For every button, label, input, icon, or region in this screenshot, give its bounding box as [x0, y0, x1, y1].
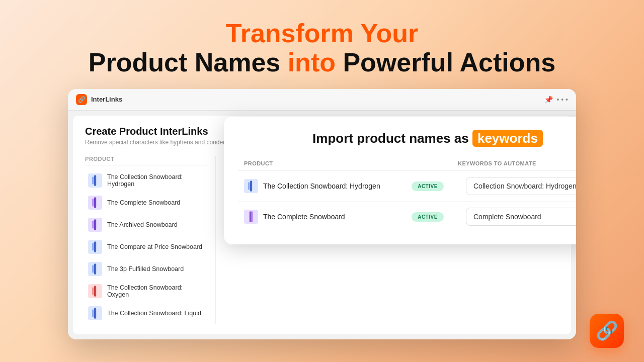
- svg-rect-5: [93, 221, 94, 228]
- product-icon: [88, 173, 102, 188]
- product-icon: [88, 240, 102, 254]
- app-icon-corner: 🔗: [590, 314, 624, 348]
- sidebar-item-name: The Archived Snowboard: [107, 221, 178, 228]
- hero-line2: Product Names into Powerful Actions: [89, 48, 555, 78]
- product-icon: [244, 210, 258, 224]
- app-title: InterLinks: [91, 96, 540, 103]
- sidebar-header: Product: [85, 156, 207, 165]
- hero-line2-highlight: into: [288, 48, 336, 77]
- kw-product-name: The Collection Snowboard: Hydrogen: [263, 182, 380, 190]
- svg-rect-21: [249, 182, 250, 190]
- kw-input-cell[interactable]: [458, 177, 576, 195]
- window-titlebar: 🔗 InterLinks 📌 • • •: [68, 89, 576, 111]
- product-sidebar: Product The Collection Snowboard: Hydrog…: [85, 156, 216, 324]
- sidebar-item[interactable]: The Complete Snowboard: [85, 192, 207, 214]
- keyword-card-title: Import product names as keywords: [238, 131, 576, 146]
- kw-badge-cell: ACTIVE: [397, 181, 458, 191]
- kw-badge-cell: ACTIVE: [397, 212, 458, 222]
- dots-menu[interactable]: • • •: [557, 96, 568, 104]
- svg-rect-6: [94, 241, 96, 252]
- kw-keyword-input[interactable]: [466, 177, 576, 195]
- product-icon: [88, 306, 102, 320]
- hero-line2-start: Product Names: [89, 48, 288, 77]
- hero-section: Transform Your Product Names into Powerf…: [89, 19, 555, 78]
- kw-row: The Collection Snowboard: Hydrogen ACTIV…: [238, 171, 576, 202]
- sidebar-item-name: The Collection Snowboard: Hydrogen: [107, 173, 204, 188]
- kw-product-cell: The Collection Snowboard: Hydrogen: [244, 179, 397, 193]
- kw-input-cell[interactable]: [458, 208, 576, 226]
- sidebar-item[interactable]: The Collection Snowboard: Hydrogen: [85, 169, 207, 192]
- svg-rect-12: [94, 308, 96, 319]
- kw-col-status: [397, 160, 458, 166]
- sidebar-item-name: The Collection Snowboard: Liquid: [107, 310, 201, 317]
- kw-active-badge: ACTIVE: [412, 182, 444, 191]
- kw-table-header: Product Keywords to Automate: [238, 156, 576, 171]
- svg-rect-13: [93, 309, 94, 317]
- product-icon: [88, 218, 102, 232]
- svg-rect-8: [94, 263, 96, 275]
- svg-rect-23: [251, 211, 253, 222]
- app-window: 🔗 InterLinks 📌 • • • Create Product Inte…: [68, 89, 576, 339]
- kw-title-highlight: keywords: [472, 130, 543, 147]
- product-icon: [244, 179, 258, 193]
- svg-rect-11: [93, 287, 94, 295]
- kw-product-name: The Complete Snowboard: [263, 213, 345, 221]
- sidebar-item[interactable]: The 3p Fulfilled Snowboard: [85, 258, 207, 280]
- product-icon: [88, 284, 102, 298]
- svg-rect-20: [250, 180, 252, 192]
- sidebar-item[interactable]: The Compare at Price Snowboard: [85, 236, 207, 258]
- svg-rect-10: [94, 286, 96, 297]
- sidebar-item-name: The Complete Snowboard: [107, 199, 180, 206]
- product-icon: [88, 262, 102, 276]
- svg-rect-3: [93, 199, 94, 206]
- keyword-card: Import product names as keywords Product…: [224, 117, 576, 244]
- kw-row: The Complete Snowboard ACTIVE: [238, 202, 576, 232]
- svg-rect-22: [250, 211, 251, 222]
- sidebar-item-name: The Compare at Price Snowboard: [107, 243, 202, 250]
- kw-product-cell: The Complete Snowboard: [244, 210, 397, 224]
- svg-rect-0: [94, 175, 96, 186]
- kw-keyword-input[interactable]: [466, 208, 576, 226]
- app-logo: 🔗: [76, 94, 87, 105]
- hero-line1: Transform Your: [89, 19, 555, 48]
- svg-rect-2: [94, 197, 96, 208]
- svg-rect-1: [93, 176, 94, 184]
- sidebar-item[interactable]: The Collection Snowboard: Oxygen: [85, 280, 207, 302]
- sidebar-item[interactable]: The Archived Snowboard: [85, 214, 207, 236]
- hero-line2-end: Powerful Actions: [336, 48, 555, 77]
- kw-col-keywords: Keywords to Automate: [458, 160, 576, 166]
- kw-title-start: Import product names as: [312, 131, 472, 146]
- svg-rect-4: [94, 219, 96, 230]
- app-link-icon: 🔗: [596, 320, 618, 341]
- sidebar-item[interactable]: The Collection Snowboard: Liquid: [85, 302, 207, 324]
- sidebar-item-name: The 3p Fulfilled Snowboard: [107, 265, 184, 273]
- svg-rect-7: [93, 243, 94, 250]
- svg-rect-9: [93, 265, 94, 273]
- product-icon: [88, 196, 102, 210]
- pin-icon[interactable]: 📌: [544, 96, 553, 104]
- kw-col-product: Product: [244, 160, 397, 166]
- titlebar-actions: 📌 • • •: [544, 96, 568, 104]
- sidebar-item-name: The Collection Snowboard: Oxygen: [107, 284, 204, 298]
- kw-active-badge: ACTIVE: [412, 212, 444, 222]
